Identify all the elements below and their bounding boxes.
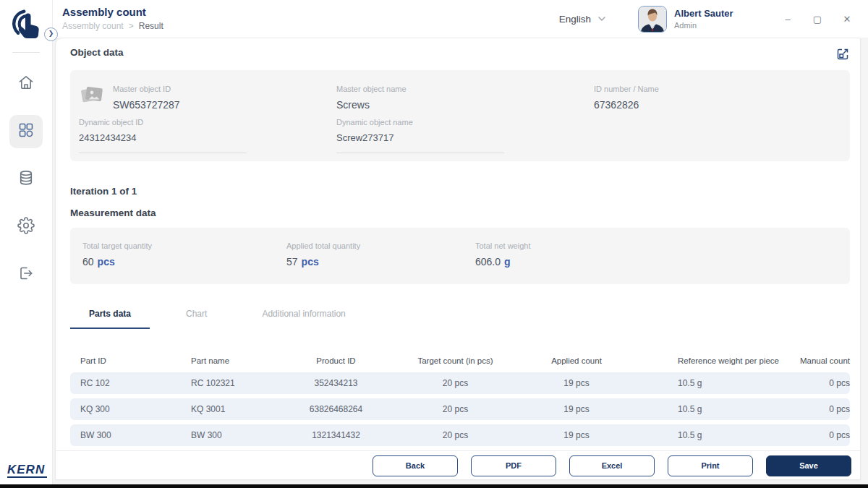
table-cell: BW 300	[190, 430, 276, 440]
iteration-title: Iteration 1 of 1	[70, 186, 846, 197]
header: Assembly count Assembly count>Result Eng…	[52, 0, 868, 38]
table-cell: RC 102321	[190, 378, 276, 388]
title-block: Assembly count Assembly count>Result	[62, 7, 163, 32]
metric: Applied total quantity 57pcs	[286, 241, 360, 267]
language-selector[interactable]: English	[559, 14, 606, 25]
column-header: Manual count	[793, 356, 851, 365]
logout-icon	[17, 265, 35, 285]
metric-value: 60pcs	[82, 256, 152, 267]
table-cell: 10.5 g	[638, 378, 793, 388]
expand-icon[interactable]	[835, 47, 850, 61]
page-title: Assembly count	[62, 7, 163, 19]
user-menu[interactable]: Albert Sauter Admin	[638, 6, 741, 33]
id-number-field: ID number / Name 67362826	[594, 85, 659, 111]
metric-value: 57pcs	[286, 256, 360, 267]
field-value: Screws	[336, 99, 407, 111]
dynamic-object-name-input[interactable]: Dynamic object name Screw273717	[336, 118, 504, 153]
table-cell: KQ 300	[70, 404, 190, 414]
chevron-down-icon	[597, 14, 606, 23]
table-cell: 20 pcs	[396, 404, 515, 414]
sidebar-expand-chevron-icon[interactable]: ❯	[44, 27, 58, 41]
table-cell: 20 pcs	[396, 378, 515, 388]
metric-unit: pcs	[302, 256, 319, 267]
save-button[interactable]: Save	[766, 455, 851, 476]
table-cell: 10.5 g	[638, 430, 793, 440]
sidebar: KERN	[0, 0, 53, 484]
header-right: English Albert Sauter Admin –▢✕	[559, 6, 852, 33]
database-icon	[17, 169, 35, 189]
breadcrumb-current: Result	[139, 21, 163, 31]
table-row[interactable]: KQ 300KQ 30016382646826420 pcs19 pcs10.5…	[70, 398, 850, 420]
column-header: Part name	[190, 356, 276, 365]
sidebar-item-database[interactable]	[9, 163, 43, 196]
tab-additional-information[interactable]: Additional information	[243, 309, 364, 329]
metric-label: Total net weight	[475, 241, 530, 250]
apps-grid-icon	[17, 121, 35, 142]
pdf-button[interactable]: PDF	[471, 455, 556, 476]
table-cell: 20 pcs	[396, 430, 515, 440]
sidebar-divider	[12, 52, 40, 53]
gear-icon	[17, 217, 35, 237]
field-label: Dynamic object ID	[79, 118, 247, 127]
metric-value: 606.0g	[475, 256, 530, 267]
tab-parts-data[interactable]: Parts data	[70, 309, 150, 329]
field-value: SW653727287	[113, 99, 180, 111]
language-label: English	[559, 14, 591, 25]
user-name: Albert Sauter	[674, 8, 741, 19]
table-body: RC 102RC 10232135243421320 pcs19 pcs10.5…	[70, 372, 850, 446]
table-row[interactable]: BW 300BW 300132134143220 pcs19 pcs10.5 g…	[70, 424, 850, 446]
tab-chart[interactable]: Chart	[167, 309, 226, 329]
sidebar-item-functions[interactable]	[9, 115, 43, 148]
field-label: Master object ID	[113, 85, 180, 93]
field-value: 67362826	[594, 99, 659, 111]
field-value: 24312434234	[79, 132, 247, 143]
field-label: ID number / Name	[594, 85, 659, 93]
maximize-button[interactable]: ▢	[812, 14, 822, 25]
close-button[interactable]: ✕	[842, 14, 852, 25]
table-cell: RC 102	[70, 378, 190, 388]
table-cell: 1321341432	[276, 430, 396, 440]
table-cell: 0 pcs	[793, 378, 851, 388]
column-header: Target count (in pcs)	[396, 356, 515, 365]
breadcrumb-separator: >	[129, 21, 134, 31]
metric-unit: pcs	[98, 256, 115, 267]
table-cell: 0 pcs	[793, 404, 851, 414]
metric-label: Applied total quantity	[286, 241, 360, 250]
parts-table: Part IDPart nameProduct IDTarget count (…	[70, 356, 850, 450]
metric-label: Total target quantity	[82, 241, 152, 250]
field-label: Master object name	[336, 85, 407, 93]
master-object-id-field: Master object ID SW653727287	[113, 85, 180, 111]
window-controls: –▢✕	[783, 14, 852, 25]
window-bottom-edge	[0, 484, 868, 488]
field-label: Dynamic object name	[336, 118, 504, 127]
tab-bar: Parts dataChartAdditional information	[70, 309, 860, 329]
metric: Total net weight 606.0g	[475, 241, 530, 267]
print-button[interactable]: Print	[668, 455, 753, 476]
table-cell: KQ 3001	[190, 404, 276, 414]
column-header: Product ID	[276, 356, 396, 365]
measurement-data-title: Measurement data	[70, 207, 846, 218]
breadcrumb-parent[interactable]: Assembly count	[62, 21, 124, 31]
metric: Total target quantity 60pcs	[82, 241, 152, 267]
table-cell: 19 pcs	[515, 430, 638, 440]
sidebar-item-logout[interactable]	[9, 258, 43, 291]
excel-button[interactable]: Excel	[569, 455, 655, 476]
sidebar-item-home[interactable]	[9, 67, 43, 100]
minimize-button[interactable]: –	[783, 14, 793, 25]
home-icon	[17, 74, 35, 94]
breadcrumb: Assembly count>Result	[62, 21, 163, 31]
image-placeholder-icon	[79, 83, 105, 106]
column-header: Reference weight per piece	[638, 356, 793, 365]
sidebar-item-settings[interactable]	[9, 210, 43, 244]
table-row[interactable]: RC 102RC 10232135243421320 pcs19 pcs10.5…	[70, 372, 850, 394]
measurement-panel: Total target quantity 60pcsApplied total…	[70, 228, 850, 284]
table-cell: 19 pcs	[515, 378, 638, 388]
table-cell: 63826468264	[276, 404, 396, 414]
dynamic-object-id-input[interactable]: Dynamic object ID 24312434234	[79, 118, 247, 153]
column-header: Part ID	[70, 356, 190, 365]
back-button[interactable]: Back	[373, 455, 458, 476]
avatar	[638, 6, 667, 33]
table-header-row: Part IDPart nameProduct IDTarget count (…	[70, 356, 850, 365]
kern-brand-logo: KERN	[7, 463, 47, 478]
metric-unit: g	[504, 256, 511, 267]
